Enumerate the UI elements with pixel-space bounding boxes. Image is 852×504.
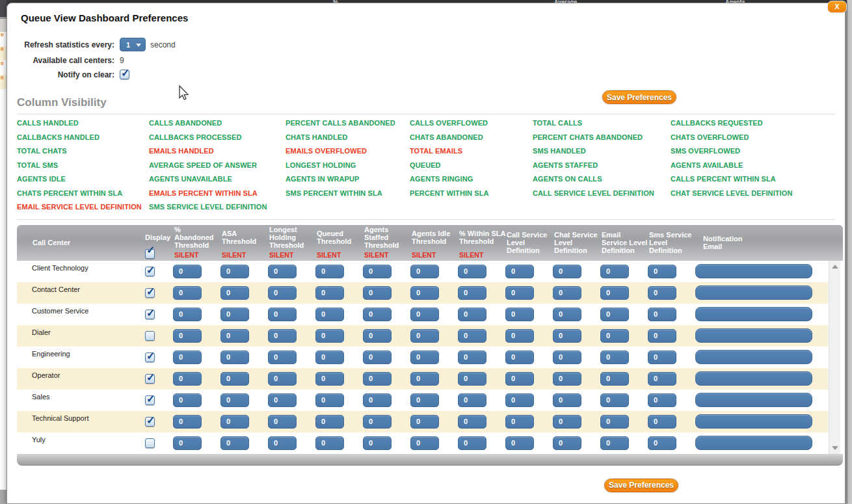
column-visibility-item[interactable]: EMAILS PERCENT WITHIN SLA [149,189,286,204]
threshold-input[interactable] [458,308,486,321]
threshold-input[interactable] [553,415,581,429]
threshold-input[interactable] [410,436,439,450]
threshold-input[interactable] [600,351,629,364]
column-visibility-item[interactable]: EMAILS HANDLED [149,147,286,161]
threshold-input[interactable] [268,329,297,343]
threshold-input[interactable] [648,286,676,300]
threshold-input[interactable] [268,308,297,321]
notification-email-input[interactable] [695,371,812,386]
column-visibility-item[interactable]: CHATS PERCENT WITHIN SLA [17,189,149,204]
threshold-input[interactable] [648,308,676,321]
column-visibility-item[interactable]: QUEUED [410,161,533,176]
threshold-input[interactable] [505,329,534,343]
threshold-input[interactable] [268,372,297,386]
vertical-scrollbar[interactable] [829,261,840,454]
threshold-input[interactable] [553,351,581,364]
threshold-input[interactable] [600,372,629,386]
scroll-up-icon[interactable] [832,265,838,269]
threshold-input[interactable] [315,286,344,300]
column-visibility-item[interactable]: AGENTS UNAVAILABLE [149,175,286,189]
close-button[interactable]: X [827,1,847,13]
column-visibility-item[interactable]: TOTAL EMAILS [410,147,533,161]
column-visibility-item[interactable]: TOTAL CHATS [17,147,149,161]
column-visibility-item[interactable]: CALLBACKS HANDLED [17,133,149,148]
threshold-input[interactable] [410,329,439,343]
column-visibility-item[interactable]: AGENTS STAFFED [533,161,671,176]
column-visibility-item[interactable]: CALL SERVICE LEVEL DEFINITION [533,189,671,204]
threshold-input[interactable] [363,329,392,343]
threshold-input[interactable] [458,393,486,407]
threshold-input[interactable] [553,436,581,450]
column-visibility-item[interactable]: SMS HANDLED [533,147,671,161]
display-checkbox[interactable] [145,288,155,298]
column-visibility-item[interactable]: CALLBACKS PROCESSED [149,133,286,148]
display-checkbox[interactable] [145,374,155,384]
threshold-input[interactable] [553,393,581,407]
threshold-input[interactable] [410,393,439,407]
notification-email-input[interactable] [695,393,812,407]
display-checkbox[interactable] [145,352,155,362]
column-visibility-item[interactable]: TOTAL CALLS [533,119,671,133]
column-visibility-item[interactable]: CHAT SERVICE LEVEL DEFINITION [671,189,835,204]
select-all-display-checkbox[interactable] [145,249,155,259]
threshold-input[interactable] [458,265,486,278]
threshold-input[interactable] [458,436,486,450]
column-visibility-item[interactable]: EMAILS OVERFLOWED [286,147,410,161]
threshold-input[interactable] [363,415,392,429]
column-visibility-item[interactable]: EMAIL SERVICE LEVEL DEFINITION [17,203,149,217]
display-checkbox[interactable] [145,417,155,427]
notification-email-input[interactable] [695,436,812,450]
save-preferences-button-bottom[interactable]: Save Preferences [604,479,678,492]
threshold-input[interactable] [600,415,629,429]
column-visibility-item[interactable]: SMS SERVICE LEVEL DEFINITION [149,203,286,217]
threshold-input[interactable] [553,308,581,321]
silent-link[interactable]: SILENT [174,251,198,259]
threshold-input[interactable] [553,372,581,386]
threshold-input[interactable] [505,265,534,278]
threshold-input[interactable] [268,265,297,278]
threshold-input[interactable] [173,351,202,364]
threshold-input[interactable] [173,286,202,300]
threshold-input[interactable] [410,286,439,300]
notify-on-clear-checkbox[interactable] [120,70,129,79]
column-visibility-item[interactable]: SMS OVERFLOWED [671,147,835,161]
threshold-input[interactable] [505,351,534,364]
column-visibility-item[interactable]: CHATS HANDLED [286,133,410,148]
threshold-input[interactable] [458,372,486,386]
threshold-input[interactable] [220,265,249,278]
threshold-input[interactable] [410,415,439,429]
silent-link[interactable]: SILENT [459,251,483,259]
threshold-input[interactable] [363,308,392,321]
display-checkbox[interactable] [145,267,155,276]
threshold-input[interactable] [505,372,534,386]
threshold-input[interactable] [220,436,249,450]
column-visibility-item[interactable]: LONGEST HOLDING [286,161,410,176]
threshold-input[interactable] [268,436,297,450]
refresh-interval-select[interactable]: 1 [120,38,146,51]
threshold-input[interactable] [505,393,534,407]
column-visibility-item[interactable]: AGENTS AVAILABLE [671,161,835,176]
silent-link[interactable]: SILENT [364,251,388,259]
threshold-input[interactable] [600,286,629,300]
threshold-input[interactable] [410,372,439,386]
column-visibility-item[interactable]: CALLS OVERFLOWED [410,119,533,133]
threshold-input[interactable] [220,286,249,300]
threshold-input[interactable] [458,329,486,343]
display-checkbox[interactable] [145,331,155,341]
threshold-input[interactable] [220,308,249,321]
threshold-input[interactable] [648,265,676,278]
threshold-input[interactable] [648,329,676,343]
threshold-input[interactable] [220,393,249,407]
threshold-input[interactable] [410,308,439,321]
threshold-input[interactable] [600,436,629,450]
threshold-input[interactable] [268,351,297,364]
threshold-input[interactable] [458,351,486,364]
column-visibility-item[interactable]: CALLS PERCENT WITHIN SLA [671,175,835,189]
silent-link[interactable]: SILENT [412,251,436,259]
threshold-input[interactable] [363,436,392,450]
display-checkbox[interactable] [145,438,155,448]
threshold-input[interactable] [315,351,344,364]
threshold-input[interactable] [600,308,629,321]
silent-link[interactable]: SILENT [222,251,246,259]
column-visibility-item[interactable]: CHATS OVERFLOWED [671,133,835,148]
